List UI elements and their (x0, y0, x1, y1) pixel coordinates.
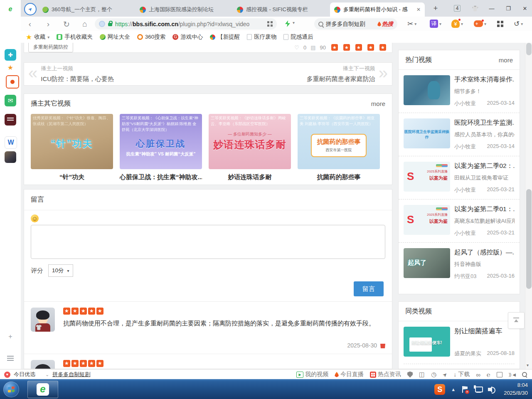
scrollbar-thumb[interactable] (526, 189, 532, 289)
favorites-panel-icon[interactable] (5, 62, 16, 73)
download-link[interactable]: 下载 (453, 371, 470, 378)
site-info-icon[interactable] (99, 21, 105, 27)
address-bar[interactable]: https://bbs.sific.com.cn/plugin.php?id=x… (95, 18, 277, 30)
video-thumbnail[interactable]: 医院环境卫生学监测采样操作 (404, 118, 450, 148)
live-link[interactable]: 今日直播 (335, 371, 364, 378)
hot-videos-more-link[interactable]: more (499, 57, 513, 64)
action-center-flag-icon[interactable] (461, 386, 468, 393)
video-title[interactable]: 医院环境卫生学监测... (454, 118, 515, 127)
page-scrollbar[interactable] (525, 43, 532, 369)
speed-mode-chevron-icon[interactable] (293, 20, 295, 25)
drama-link[interactable]: 拼多多自制短剧 (52, 371, 90, 378)
booster-rocket-icon[interactable] (441, 371, 449, 378)
video-title[interactable]: 心脏保卫战：抗生素“神助攻... (120, 173, 202, 181)
video-thumbnail[interactable]: S2025系列直播以案为鉴 (404, 205, 450, 235)
other-videos-more-link[interactable]: more (371, 100, 385, 107)
translate-button[interactable]: 译 (430, 19, 441, 28)
speed-mode-icon[interactable] (285, 20, 290, 27)
tab-close-icon[interactable] (416, 7, 421, 12)
emoji-picker-icon[interactable] (31, 214, 39, 222)
bookmark-medical-waste[interactable]: 医疗废物 (247, 33, 276, 41)
forward-icon[interactable]: › (42, 18, 54, 30)
video-card[interactable]: 三等奖获奖视频：《抗菌药的那些事》相亚美 刘庭杨 李羽等（西安市第一人民医院） … (298, 114, 380, 181)
split-window-icon[interactable] (497, 372, 502, 377)
video-author[interactable]: 约书亚03 (454, 273, 476, 280)
taskbar-browser-button[interactable]: e (27, 381, 58, 398)
sogou-input-icon[interactable]: S (434, 384, 445, 395)
back-to-top-button[interactable] (508, 312, 525, 329)
list-item[interactable]: S2025系列直播以案为鉴 以案为鉴第二季01：... 高晓东&范鹏超解读AI应… (399, 199, 520, 242)
start-button[interactable] (3, 382, 19, 397)
like-icon[interactable]: ♡ (294, 44, 299, 51)
bookmark-infection-notice[interactable]: 院感通后 (283, 33, 313, 41)
prev-video-link[interactable]: 播主上一视频 ICU防控：菌要隔，心要热 (28, 65, 114, 83)
next-video-link[interactable]: 播主下一视频 多重耐药菌患者家庭防治 (307, 65, 388, 83)
new-tab-button[interactable] (430, 4, 441, 13)
tab-sific-video[interactable]: 感控视频 - SIFIC视频专栏 (233, 2, 328, 17)
daily-picks-link[interactable]: 今日优选 (14, 371, 35, 378)
find-in-page-icon[interactable] (522, 372, 527, 377)
video-thumbnail[interactable]: 优秀奖获奖视频：《“针”功夫》徐嘉、陶芬、张成枝（芜湖市第二人民医院） “针”功… (31, 114, 113, 169)
bookmark-360-search[interactable]: 360搜索 (137, 33, 166, 41)
comment-input[interactable] (31, 225, 385, 259)
video-author[interactable]: 小小牧童 (454, 100, 476, 107)
bookmark-sific-remind[interactable]: 【新提醒 (210, 33, 240, 41)
plugin-panel-icon[interactable] (5, 49, 16, 61)
avatar[interactable] (31, 360, 55, 369)
theme-skin-button[interactable] (469, 3, 481, 13)
volume-icon[interactable] (488, 386, 495, 393)
network-icon[interactable] (474, 386, 482, 393)
video-title[interactable]: 妙语连珠话多耐 (209, 173, 291, 181)
apps-grid-button[interactable] (497, 19, 503, 28)
submit-comment-button[interactable]: 留言 (354, 281, 384, 296)
hot-news-link[interactable]: 热点资讯 (370, 371, 401, 378)
taskbar-clock[interactable]: 8:04 2025/8/30 (501, 382, 528, 397)
video-title[interactable]: 以案为鉴第二季01：... (454, 205, 515, 214)
video-author[interactable]: 小小牧童 (454, 143, 476, 150)
screenshot-scissors-button[interactable] (407, 19, 416, 28)
scrollbar-down-icon[interactable] (527, 363, 529, 367)
star-icon[interactable] (331, 44, 338, 51)
tab-sific-forum[interactable]: 上海国际医院感染控制论坛 (135, 2, 230, 17)
mute-speaker-icon[interactable]: )) (509, 372, 516, 377)
nav-compass-icon[interactable] (24, 3, 37, 15)
video-author[interactable]: 小小牧童 (454, 229, 476, 237)
home-icon[interactable]: ⌂ (79, 18, 91, 30)
word-app-icon[interactable] (5, 136, 17, 149)
security-shield-icon[interactable] (407, 372, 413, 378)
tab-count-button[interactable]: 4 (451, 3, 463, 13)
video-thumbnail[interactable]: 三等奖获奖视频：《心脏保卫战：抗生素“神助攻”VS耐药菌“大反派”》杨丽娟 陈维… (120, 114, 202, 169)
list-item[interactable]: 别让细菌搭便车! 别让细菌搭遍车 盛夏的果实2025-08-18 (399, 321, 520, 363)
delete-comment-icon[interactable] (380, 342, 385, 348)
hot-search-badge[interactable]: 热搜 (377, 20, 393, 28)
wallet-shield-button[interactable] (451, 19, 463, 28)
star-icon[interactable] (379, 44, 386, 51)
add-panel-icon[interactable] (5, 331, 16, 342)
camera-tool-icon[interactable] (6, 75, 19, 89)
bookmark-game-center[interactable]: 游戏中心 (172, 33, 203, 41)
refresh-icon[interactable]: ↻ (61, 18, 72, 30)
proxy-link-icon[interactable] (476, 371, 480, 378)
restore-button[interactable] (502, 3, 515, 13)
video-author[interactable]: 小小牧童 (454, 186, 476, 194)
qa-app-icon[interactable] (5, 114, 16, 126)
video-card[interactable]: 三等奖获奖视频：《妙语连珠话多耐》周峻云、李亚略（东部战区空军医院） — 多位耐… (209, 114, 291, 181)
list-item[interactable]: 医院环境卫生学监测采样操作 医院环境卫生学监测... 感控人员基本功，你真的会采… (399, 113, 520, 156)
list-item[interactable]: 起风了 起风了（感控版）—... 抖音神曲版 约书亚032025-03-16 (399, 242, 520, 286)
video-thumbnail[interactable]: 三等奖获奖视频：《妙语连珠话多耐》周峻云、李亚略（东部战区空军医院） — 多位耐… (209, 114, 291, 169)
video-tag-button[interactable]: 多重耐药菌防控 (28, 43, 73, 52)
bookmark-mobile-favorites[interactable]: 手机收藏夹 (57, 33, 93, 41)
close-window-button[interactable] (519, 3, 531, 13)
photo-thumbnail-icon[interactable] (5, 151, 16, 163)
video-title[interactable]: 抗菌药的那些事 (298, 173, 380, 181)
tab-360-nav[interactable]: 360导航_一个主页，整个 (38, 2, 133, 17)
video-card[interactable]: 三等奖获奖视频：《心脏保卫战：抗生素“神助攻”VS耐药菌“大反派”》杨丽娟 陈维… (120, 114, 202, 181)
mail-panel-icon[interactable] (5, 95, 16, 106)
video-thumbnail[interactable]: 三等奖获奖视频：《抗菌药的那些事》相亚美 刘庭杨 李羽等（西安市第一人民医院） … (298, 114, 380, 169)
list-item[interactable]: S2025系列直播以案为鉴 以案为鉴第二季02：... 田靓从卫监视角看审证 小… (399, 156, 520, 199)
star-icon[interactable] (343, 44, 350, 51)
ie-mode-icon[interactable] (487, 371, 490, 378)
video-thumbnail[interactable]: 起风了 (404, 248, 450, 278)
video-author[interactable]: 盛夏的果实 (454, 350, 481, 357)
video-title[interactable]: 以案为鉴第二季02：... (454, 162, 515, 170)
